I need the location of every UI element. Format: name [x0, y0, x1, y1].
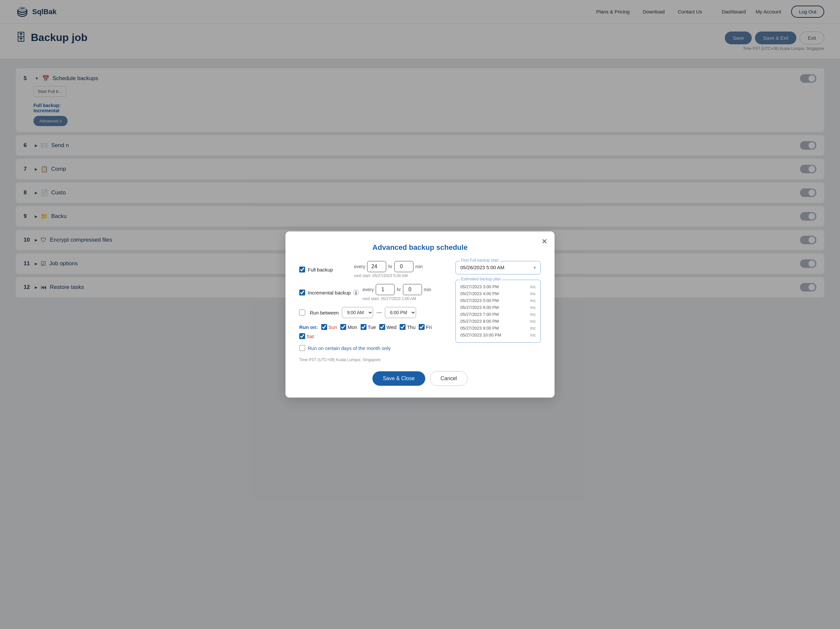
est-type: Inc: [530, 305, 536, 310]
incremental-min-input[interactable]: [403, 284, 422, 295]
est-row: 05/27/2023 6:00 PMInc: [460, 304, 536, 311]
incremental-hr-input[interactable]: [376, 284, 395, 295]
day-mon-checkbox[interactable]: [340, 324, 346, 330]
day-thu-checkbox[interactable]: [399, 324, 406, 330]
day-tue-checkbox[interactable]: [361, 324, 366, 330]
modal-body: Full backup every hr min next start: 05/…: [299, 261, 541, 362]
full-backup-min-input[interactable]: [395, 261, 414, 272]
est-date: 05/27/2023 6:00 PM: [460, 305, 499, 310]
incremental-every-group: every hr min next start: 05/27/2023 1:00…: [363, 284, 431, 301]
est-row: 05/27/2023 9:00 PMInc: [460, 325, 536, 332]
est-backup-box: Estimated backup plan 05/27/2023 3:00 PM…: [455, 280, 541, 343]
cancel-button[interactable]: Cancel: [430, 371, 468, 386]
incremental-backup-row: Incremental backup i every hr min next s…: [299, 284, 446, 301]
modal-title: Advanced backup schedule: [299, 243, 541, 252]
run-on-row: Run on: Sun Mon Tue Wed: [299, 324, 446, 339]
day-mon-label: Mon: [347, 324, 357, 330]
est-row: 05/27/2023 7:00 PMInc: [460, 311, 536, 318]
run-certain-row: Run on certain days of the month only: [299, 345, 446, 351]
est-backup-legend: Estimated backup plan: [460, 277, 502, 281]
modal-timezone: Time PST (UTC+08) Kuala Lumpur, Singapor…: [299, 357, 446, 362]
incremental-label: Incremental backup: [308, 290, 351, 296]
est-date: 05/27/2023 8:00 PM: [460, 319, 499, 324]
incremental-every-row: every hr min: [363, 284, 431, 295]
full-backup-checkbox[interactable]: [299, 267, 305, 272]
full-backup-every-label: every: [354, 264, 365, 269]
day-sat: Sat: [299, 333, 314, 339]
full-backup-hr-input[interactable]: [367, 261, 386, 272]
full-backup-label: Full backup: [308, 267, 333, 272]
incremental-checkbox[interactable]: [299, 289, 305, 296]
run-certain-checkbox[interactable]: [299, 345, 305, 351]
est-date: 05/27/2023 3:00 PM: [460, 284, 499, 289]
first-backup-legend: First Full backup start: [460, 258, 500, 262]
day-sun-checkbox[interactable]: [321, 324, 327, 330]
est-type: Inc: [530, 326, 536, 330]
day-wed-checkbox[interactable]: [379, 324, 385, 330]
est-date: 05/27/2023 5:00 PM: [460, 298, 499, 303]
modal-footer: Save & Close Cancel: [299, 371, 541, 386]
day-thu-label: Thu: [407, 324, 415, 330]
run-between-end-select[interactable]: 6:00 PM: [385, 307, 416, 318]
day-fri: Fri: [419, 324, 432, 330]
modal-close-button[interactable]: ✕: [542, 237, 547, 246]
day-wed: Wed: [379, 324, 397, 330]
est-type: Inc: [530, 298, 536, 303]
est-date: 05/27/2023 4:00 PM: [460, 291, 499, 296]
run-certain-label: Run on certain days of the month only: [308, 345, 391, 351]
day-sat-label: Sat: [306, 333, 314, 339]
day-fri-label: Fri: [426, 324, 432, 330]
est-type: Inc: [530, 291, 536, 296]
incremental-label-wrap: Incremental backup i: [299, 289, 358, 296]
run-on-label: Run on:: [299, 324, 318, 330]
run-between-label: Run between: [310, 310, 339, 316]
day-sun: Sun: [321, 324, 337, 330]
est-rows-container: 05/27/2023 3:00 PMInc05/27/2023 4:00 PMI…: [460, 283, 536, 338]
est-row: 05/27/2023 5:00 PMInc: [460, 297, 536, 304]
modal: ✕ Advanced backup schedule Full backup e…: [286, 231, 554, 398]
est-date: 05/27/2023 10:00 PM: [460, 333, 501, 338]
est-type: Inc: [530, 312, 536, 317]
incremental-every-label: every: [363, 287, 374, 292]
incremental-info-icon[interactable]: i: [354, 290, 358, 295]
est-row: 05/27/2023 10:00 PMInc: [460, 332, 536, 338]
save-close-button[interactable]: Save & Close: [373, 371, 425, 386]
est-row: 05/27/2023 4:00 PMInc: [460, 290, 536, 297]
first-backup-select[interactable]: 05/26/2023 5:00 AM: [460, 265, 536, 270]
day-tue: Tue: [361, 324, 376, 330]
modal-overlay[interactable]: ✕ Advanced backup schedule Full backup e…: [0, 0, 840, 629]
day-wed-label: Wed: [387, 324, 397, 330]
run-between-start-select[interactable]: 9:00 AM: [342, 307, 373, 318]
incremental-hr-label: hr: [397, 287, 401, 292]
full-backup-min-label: min: [415, 264, 423, 269]
full-backup-row: Full backup every hr min next start: 05/…: [299, 261, 446, 278]
day-sun-label: Sun: [328, 324, 337, 330]
day-tue-label: Tue: [368, 324, 376, 330]
incremental-min-label: min: [424, 287, 431, 292]
incremental-next: next start: 05/27/2023 1:00 AM: [363, 296, 431, 301]
modal-left: Full backup every hr min next start: 05/…: [299, 261, 446, 362]
est-type: Inc: [530, 319, 536, 324]
est-type: Inc: [530, 284, 536, 289]
est-row: 05/27/2023 3:00 PMInc: [460, 283, 536, 290]
full-backup-every-row: every hr min: [354, 261, 423, 272]
full-backup-hr-label: hr: [388, 264, 392, 269]
day-fri-checkbox[interactable]: [419, 324, 425, 330]
est-row: 05/27/2023 8:00 PMInc: [460, 318, 536, 325]
first-backup-select-wrap: 05/26/2023 5:00 AM: [460, 265, 536, 270]
first-backup-box: First Full backup start 05/26/2023 5:00 …: [455, 261, 541, 275]
run-between-dash: —: [376, 310, 382, 316]
run-between-checkbox[interactable]: [299, 310, 305, 316]
est-type: Inc: [530, 333, 536, 338]
run-between-row: Run between 9:00 AM — 6:00 PM: [299, 307, 446, 318]
est-date: 05/27/2023 7:00 PM: [460, 312, 499, 317]
day-mon: Mon: [340, 324, 357, 330]
day-sat-checkbox[interactable]: [299, 333, 305, 339]
full-backup-every-group: every hr min next start: 05/27/2023 5:00…: [354, 261, 423, 278]
full-backup-label-wrap: Full backup: [299, 267, 350, 272]
day-thu: Thu: [399, 324, 415, 330]
full-backup-next: next start: 05/27/2023 5:00 AM: [354, 273, 423, 278]
est-date: 05/27/2023 9:00 PM: [460, 326, 499, 330]
modal-right: First Full backup start 05/26/2023 5:00 …: [455, 261, 541, 362]
